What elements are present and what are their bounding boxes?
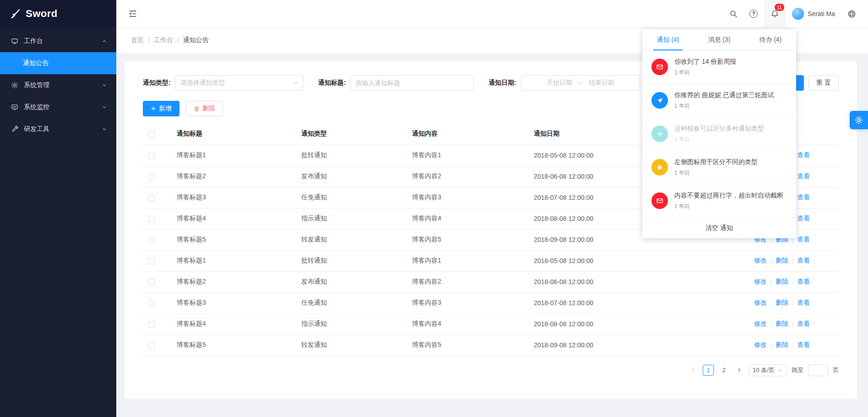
notice-date-range[interactable]: 开始日期 ~ 结束日期 (521, 75, 640, 91)
tab-notifications[interactable]: 通知 (4) (642, 29, 694, 50)
row-checkbox[interactable] (148, 195, 155, 201)
row-checkbox[interactable] (148, 237, 155, 243)
help-icon[interactable]: ? (743, 0, 764, 27)
page-1-button[interactable]: 1 (703, 365, 714, 376)
tab-todos[interactable]: 待办 (4) (745, 29, 796, 50)
clear-notifications-button[interactable]: 清空 通知 (642, 218, 796, 238)
date-start-placeholder: 开始日期 (547, 79, 572, 87)
notification-dropdown: 通知 (4) 消息 (3) 待办 (4) 你收到了 14 份新周报 1 年前 你… (642, 29, 796, 238)
sidebar-menu: 工作台 通知公告 系统管理 系统监控 研发工具 (0, 27, 116, 140)
app-logo[interactable]: Sword (0, 0, 116, 27)
view-link[interactable]: 查看 (797, 278, 810, 285)
view-link[interactable]: 查看 (797, 257, 810, 264)
notification-item[interactable]: 内容不要超过两行字，超出时自动截断 1 年前 (642, 184, 796, 218)
notice-title-input[interactable] (350, 75, 474, 91)
cell-content: 博客内容3 (407, 187, 529, 208)
edit-link[interactable]: 修改 (754, 257, 767, 264)
row-checkbox[interactable] (148, 174, 155, 180)
delete-link[interactable]: 删除 (776, 278, 788, 285)
jump-page-input[interactable] (808, 364, 828, 376)
notifications-button[interactable]: 11 (764, 0, 786, 27)
table-row: 博客标题2 发布通知 博客内容2 2018-06-08 12:00:00 修改|… (143, 271, 839, 292)
cell-title: 博客标题1 (172, 250, 297, 271)
cell-content: 博客内容1 (407, 145, 529, 166)
notification-item[interactable]: 你收到了 14 份新周报 1 年前 (642, 50, 796, 84)
edit-link[interactable]: 修改 (754, 299, 767, 306)
chevron-up-icon (102, 38, 107, 44)
row-checkbox[interactable] (148, 342, 155, 349)
edit-link[interactable]: 修改 (754, 320, 767, 327)
breadcrumb-workbench[interactable]: 工作台 (154, 36, 173, 44)
row-checkbox[interactable] (148, 153, 155, 159)
cell-title: 博客标题4 (172, 313, 297, 335)
cell-type: 转发通知 (297, 335, 407, 356)
view-link[interactable]: 查看 (797, 299, 810, 306)
chevron-down-icon (777, 368, 783, 373)
page-2-button[interactable]: 2 (718, 365, 729, 376)
delete-link[interactable]: 删除 (776, 257, 788, 264)
row-checkbox[interactable] (148, 216, 155, 222)
chevron-left-icon (691, 368, 696, 373)
reset-button[interactable]: 重 置 (808, 75, 839, 91)
delete-button[interactable]: 删除 (186, 101, 223, 116)
notification-item[interactable]: 你推荐的 曲妮妮 已通过第三轮面试 1 年前 (642, 84, 796, 117)
notification-title: 内容不要超过两行字，超出时自动截断 (674, 192, 783, 200)
prev-page-button[interactable] (688, 365, 698, 376)
column-header-title: 通知标题 (172, 123, 297, 145)
breadcrumb-home[interactable]: 首页 (131, 36, 144, 44)
row-checkbox[interactable] (148, 258, 155, 264)
view-link[interactable]: 查看 (797, 320, 810, 327)
row-checkbox[interactable] (148, 321, 155, 328)
desktop-icon (11, 38, 18, 45)
breadcrumb-current: 通知公告 (183, 36, 209, 44)
view-link[interactable]: 查看 (797, 151, 810, 159)
delete-link[interactable]: 删除 (776, 341, 788, 348)
view-link[interactable]: 查看 (797, 172, 810, 180)
edit-link[interactable]: 修改 (754, 341, 767, 348)
filter-notice-title: 通知标题: (318, 75, 474, 91)
breadcrumb-separator: / (148, 37, 150, 44)
row-checkbox[interactable] (148, 279, 155, 285)
row-checkbox[interactable] (148, 300, 155, 307)
select-all-checkbox[interactable] (148, 131, 155, 137)
plus-icon (651, 126, 668, 142)
table-row: 博客标题4 指示通知 博客内容4 2018-08-08 12:00:00 修改|… (143, 313, 839, 335)
globe-icon[interactable] (841, 0, 862, 27)
cell-type: 任免通知 (297, 187, 407, 208)
notice-type-select[interactable]: 请选择通知类型 (175, 75, 304, 91)
mail-icon (651, 192, 668, 209)
add-button[interactable]: 新增 (143, 101, 179, 116)
sidebar-item-system-management[interactable]: 系统管理 (0, 74, 116, 96)
page-size-select[interactable]: 10 条/页 (749, 364, 787, 376)
notification-time: 1 年前 (674, 203, 783, 210)
cell-date: 2018-08-08 12:00:00 (529, 313, 749, 335)
next-page-button[interactable] (734, 365, 744, 376)
app-name: Sword (26, 8, 58, 20)
sidebar-item-notice[interactable]: 通知公告 (0, 52, 116, 74)
theme-settings-button[interactable] (850, 111, 868, 129)
notification-item[interactable]: 左侧图标用于区分不同的类型 1 年前 (642, 151, 796, 184)
edit-link[interactable]: 修改 (754, 278, 767, 285)
plus-icon (151, 106, 156, 111)
chevron-down-icon (102, 82, 107, 88)
view-link[interactable]: 查看 (797, 214, 810, 222)
cell-type: 发布通知 (297, 166, 407, 187)
delete-link[interactable]: 删除 (776, 320, 788, 327)
sidebar-item-system-monitor[interactable]: 系统监控 (0, 96, 116, 118)
breadcrumb-separator: / (177, 37, 179, 44)
user-menu[interactable]: Serati Ma (786, 0, 841, 27)
table-row: 博客标题3 任免通知 博客内容3 2018-07-08 12:00:00 修改|… (143, 292, 839, 313)
date-end-placeholder: 结束日期 (589, 79, 614, 87)
view-link[interactable]: 查看 (797, 341, 810, 348)
delete-link[interactable]: 删除 (776, 299, 788, 306)
view-link[interactable]: 查看 (797, 236, 810, 243)
cell-title: 博客标题4 (172, 208, 297, 229)
sidebar-item-dev-tools[interactable]: 研发工具 (0, 118, 116, 140)
notification-item[interactable]: 这种模板可以区分多种通知类型 1 年前 (642, 117, 796, 151)
view-link[interactable]: 查看 (797, 193, 810, 201)
sidebar-item-workbench[interactable]: 工作台 (0, 30, 116, 52)
tab-messages[interactable]: 消息 (3) (694, 29, 745, 50)
cell-title: 博客标题2 (172, 271, 297, 292)
menu-fold-icon[interactable] (128, 9, 137, 18)
search-icon[interactable] (723, 0, 743, 27)
